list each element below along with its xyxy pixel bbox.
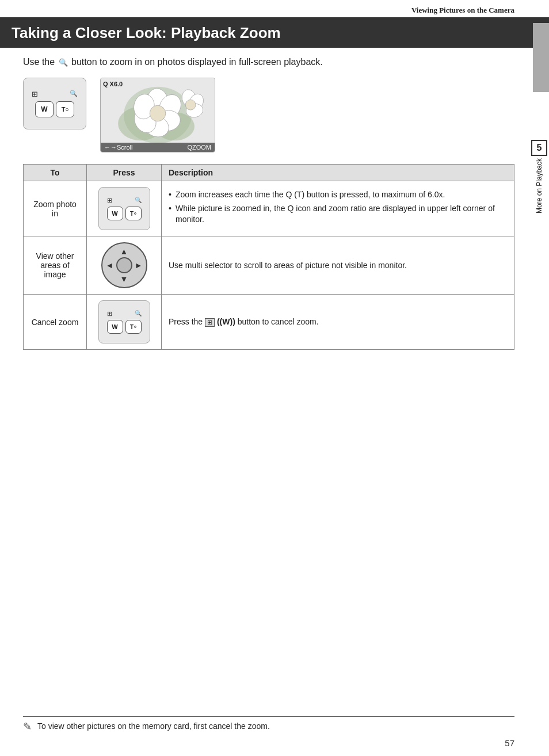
td-view-desc: Use multi selector to scroll to areas of… xyxy=(162,236,514,295)
table-header-row: To Press Description xyxy=(24,165,514,181)
ms-outer-ring: ▲ ▼ ◄ ► xyxy=(101,242,147,288)
ms-center xyxy=(116,257,132,273)
view-to-label: View other areas of image xyxy=(36,251,74,279)
ms-arrow-left: ◄ xyxy=(106,261,114,270)
zoom-desc-item-1: Zoom increases each time the Q (T) butto… xyxy=(169,189,507,201)
chapter-sidebar: 5 More on Playback xyxy=(529,140,549,213)
title-bar: Taking a Closer Look: Playback Zoom xyxy=(0,18,549,48)
table-row-view: View other areas of image ▲ ▼ ◄ ► xyxy=(24,236,514,295)
wt-buttons: W T xyxy=(35,101,74,117)
td-view-to: View other areas of image xyxy=(24,236,87,295)
w-button: W xyxy=(35,101,54,117)
cancel-top-icons: ⊞ 🔍 xyxy=(102,310,146,318)
td-cancel-desc: Press the ⊞ ((W)) button to cancel zoom. xyxy=(162,295,514,350)
note-divider xyxy=(23,716,514,717)
intro-paragraph: Use the 🔍 button to zoom in on photos di… xyxy=(23,57,514,67)
main-content: Use the 🔍 button to zoom in on photos di… xyxy=(0,48,549,359)
cancel-desc-text: Press the ⊞ ((W)) button to cancel zoom. xyxy=(169,317,319,326)
th-to: To xyxy=(24,165,87,181)
intro-text-after: button to zoom in on photos displayed in… xyxy=(71,57,323,67)
zoom-grid-icon: ⊞ xyxy=(107,197,112,204)
note-section: ✎ To view other pictures on the memory c… xyxy=(23,716,514,733)
td-view-press: ▲ ▼ ◄ ► xyxy=(87,236,162,295)
header-title: Viewing Pictures on the Camera xyxy=(411,6,514,14)
zoom-label: Q X6.0 xyxy=(103,81,123,87)
td-cancel-to: Cancel zoom xyxy=(24,295,87,350)
camera-images-section: ⊞ 🔍 W T xyxy=(23,78,514,152)
page-number: 57 xyxy=(505,738,514,748)
info-table: To Press Description Zoom photo in ⊞ 🔍 xyxy=(23,164,514,350)
zoom-top-icons: ⊞ 🔍 xyxy=(102,197,146,204)
zoom-bottom-bar: ←→Scroll QZOOM xyxy=(101,143,215,152)
table-body: Zoom photo in ⊞ 🔍 W T xyxy=(24,181,514,350)
zoom-t-button: T xyxy=(125,207,142,220)
th-press: Press xyxy=(87,165,162,181)
zoom-search-icon: 🔍 xyxy=(135,197,142,204)
td-cancel-press: ⊞ 🔍 W T xyxy=(87,295,162,350)
cancel-button-graphic: ⊞ 🔍 W T xyxy=(98,300,150,343)
chapter-header: Viewing Pictures on the Camera xyxy=(0,0,549,18)
zoom-to-label: Zoom photo in xyxy=(33,200,77,218)
zoom-w-button: W xyxy=(107,207,123,220)
cancel-search-icon: 🔍 xyxy=(135,310,142,318)
th-description: Description xyxy=(162,165,514,181)
zoom-bottom-right: QZOOM xyxy=(187,144,211,151)
grid-icon: ⊞ xyxy=(32,90,38,99)
td-zoom-desc: Zoom increases each time the Q (T) butto… xyxy=(162,181,514,236)
note-text: To view other pictures on the memory car… xyxy=(37,721,270,731)
zoom-desc-item-2: While picture is zoomed in, the Q icon a… xyxy=(169,203,507,226)
search-icon-small: 🔍 xyxy=(70,90,78,99)
camera-button-small: ⊞ 🔍 W T xyxy=(23,78,86,129)
multi-selector-graphic: ▲ ▼ ◄ ► xyxy=(101,242,147,288)
cancel-wt-buttons: W T xyxy=(107,320,142,334)
chapter-label: More on Playback xyxy=(535,158,543,213)
chapter-number: 5 xyxy=(531,140,547,156)
svg-point-14 xyxy=(185,100,196,110)
note-icon: ✎ xyxy=(23,720,32,733)
scroll-label: ←→Scroll xyxy=(104,144,133,151)
view-desc-text: Use multi selector to scroll to areas of… xyxy=(169,261,407,270)
cancel-w-button: W xyxy=(107,320,123,334)
ms-arrow-down: ▼ xyxy=(120,274,128,284)
zoom-desc-list: Zoom increases each time the Q (T) butto… xyxy=(169,189,507,226)
table-header: To Press Description xyxy=(24,165,514,181)
ms-arrow-right: ► xyxy=(135,261,143,270)
search-icon-inline: 🔍 xyxy=(59,58,68,67)
td-zoom-press: ⊞ 🔍 W T xyxy=(87,181,162,236)
ms-arrow-up: ▲ xyxy=(120,247,128,256)
top-icons: ⊞ 🔍 xyxy=(27,90,82,99)
td-zoom-to: Zoom photo in xyxy=(24,181,87,236)
flower-svg xyxy=(101,78,215,152)
t-button: T xyxy=(56,101,74,117)
page-title: Taking a Closer Look: Playback Zoom xyxy=(12,24,281,42)
intro-text-before: Use the xyxy=(23,57,55,67)
table-row-cancel: Cancel zoom ⊞ 🔍 W T xyxy=(24,295,514,350)
svg-point-10 xyxy=(150,105,166,121)
cancel-w-icon: ⊞ xyxy=(205,318,215,327)
zoom-wt-buttons: W T xyxy=(107,207,142,220)
zoom-photo-display: Q X6.0 ←→Scroll QZOOM xyxy=(100,78,215,152)
cancel-grid-icon: ⊞ xyxy=(107,310,112,318)
cancel-to-label: Cancel zoom xyxy=(32,318,79,327)
table-row-zoom: Zoom photo in ⊞ 🔍 W T xyxy=(24,181,514,236)
cancel-t-button: T xyxy=(125,320,142,334)
t-circle xyxy=(66,108,68,111)
zoom-button-graphic: ⊞ 🔍 W T xyxy=(98,187,150,230)
note-content: ✎ To view other pictures on the memory c… xyxy=(23,721,514,733)
